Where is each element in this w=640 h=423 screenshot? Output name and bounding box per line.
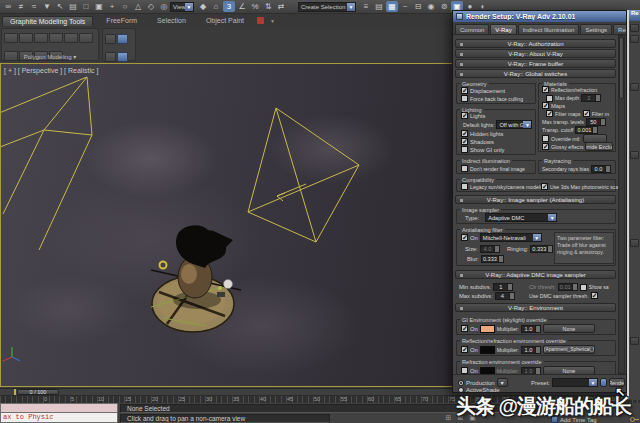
ribbon-overflow-icon[interactable]: [257, 17, 264, 24]
render-target-button[interactable]: ▼: [497, 378, 508, 387]
select-and-scale-icon[interactable]: △: [132, 1, 144, 12]
bind-to-spacewarp-icon[interactable]: ≈: [28, 1, 40, 12]
align-icon[interactable]: ≡: [360, 1, 372, 12]
ribbon-button[interactable]: [4, 33, 18, 43]
transp-cutoff-spinner[interactable]: 0.001: [575, 126, 598, 134]
min-subdivs-spinner[interactable]: 1: [493, 283, 513, 291]
default-lights-dropdown[interactable]: Off with GI▼: [496, 120, 532, 129]
rollout-global-switches[interactable]: V-Ray:: Global switches: [455, 69, 616, 78]
select-object-icon[interactable]: ↖: [54, 1, 66, 12]
show-samples-checkbox[interactable]: [580, 284, 587, 291]
ribbon-button[interactable]: [64, 33, 78, 43]
filter-maps-checkbox[interactable]: [546, 110, 553, 117]
polygon-modeling-label[interactable]: Polygon Modeling ▾: [2, 53, 98, 60]
macro-recorder-pane[interactable]: [0, 403, 118, 413]
chevron-down-icon[interactable]: ▼: [185, 3, 193, 11]
keyboard-override-icon[interactable]: ⌂: [210, 1, 222, 12]
chevron-down-icon[interactable]: ▼: [347, 3, 355, 11]
filter-maps-gi-checkbox[interactable]: [583, 110, 590, 117]
ribbon-button[interactable]: [79, 33, 93, 43]
preset-dropdown[interactable]: ▼: [552, 378, 598, 387]
rollout-frame-buffer[interactable]: V-Ray:: Frame buffer: [455, 59, 616, 68]
maps-checkbox[interactable]: [542, 102, 549, 109]
dont-render-final-checkbox[interactable]: [461, 165, 468, 172]
schematic-view-icon[interactable]: ⊟: [412, 1, 424, 12]
gi-env-on-checkbox[interactable]: [461, 325, 468, 332]
mirror-icon[interactable]: ⇄: [275, 1, 287, 12]
ribbon-button[interactable]: [105, 52, 116, 62]
legacy-sun-sky-checkbox[interactable]: [461, 183, 468, 190]
ribbon-button-active[interactable]: [117, 52, 128, 62]
refr-env-map-button[interactable]: None: [543, 366, 595, 374]
coordinate-system-dropdown[interactable]: View▼: [170, 2, 194, 12]
angle-snap-icon[interactable]: ∠: [236, 1, 248, 12]
refl-env-color-swatch[interactable]: [480, 346, 495, 354]
clr-thresh-spinner[interactable]: 0.01: [558, 283, 578, 291]
unlink-selection-icon[interactable]: ≠: [15, 1, 27, 12]
lights-checkbox[interactable]: [461, 112, 468, 119]
ribbon-button[interactable]: [105, 34, 116, 44]
show-gi-only-checkbox[interactable]: [461, 146, 468, 153]
production-radio[interactable]: [458, 380, 464, 386]
ringing-spinner[interactable]: 0.333: [530, 245, 553, 253]
refl-env-multiplier-spinner[interactable]: 1.0: [521, 346, 541, 354]
rollout-about-vray[interactable]: V-Ray:: About V-Ray: [455, 49, 616, 58]
select-and-place-icon[interactable]: ◇: [145, 1, 157, 12]
window-crossing-icon[interactable]: ▣: [93, 1, 105, 12]
rollout-environment[interactable]: V-Ray:: Environment: [455, 303, 616, 312]
blur-spinner[interactable]: 0.333: [481, 255, 504, 263]
displacement-checkbox[interactable]: [461, 87, 468, 94]
graphite-toggle-icon[interactable]: ▦: [386, 1, 398, 12]
filter-size-spinner[interactable]: 4.0: [480, 245, 500, 253]
override-mtl-checkbox[interactable]: [542, 135, 549, 142]
reflection-refraction-checkbox[interactable]: [542, 86, 549, 93]
rollout-authorization[interactable]: V-Ray:: Authorization: [455, 39, 616, 48]
ribbon-button[interactable]: [19, 33, 33, 43]
select-and-manipulate-icon[interactable]: ◆: [197, 1, 209, 12]
aa-filter-on-checkbox[interactable]: [461, 234, 468, 241]
pivot-center-icon[interactable]: ◎: [158, 1, 170, 12]
rollout-image-sampler[interactable]: V-Ray:: Image sampler (Antialiasing): [455, 195, 616, 204]
gi-env-color-swatch[interactable]: [480, 325, 495, 333]
ribbon-button[interactable]: [49, 33, 63, 43]
sampler-type-dropdown[interactable]: Adaptive DMC▼: [485, 213, 557, 222]
select-and-link-icon[interactable]: ∞: [2, 1, 14, 12]
spinner-snap-icon[interactable]: ⇅: [262, 1, 274, 12]
photometric-scale-checkbox[interactable]: [541, 183, 548, 190]
chevron-down-icon[interactable]: ▼: [270, 18, 275, 24]
shadows-checkbox[interactable]: [461, 138, 468, 145]
rollout-adaptive-dmc[interactable]: V-Ray:: Adaptive DMC image sampler: [455, 270, 616, 279]
select-and-move-icon[interactable]: +: [106, 1, 118, 12]
preset-save-icon[interactable]: [600, 378, 607, 387]
max-subdivs-spinner[interactable]: 4: [495, 292, 515, 300]
layer-manager-icon[interactable]: ▤: [373, 1, 385, 12]
curve-editor-icon[interactable]: ~: [399, 1, 411, 12]
refr-env-color-swatch[interactable]: [480, 367, 495, 375]
refr-env-on-checkbox[interactable]: [461, 367, 468, 374]
use-dmc-thresh-checkbox[interactable]: [591, 292, 598, 299]
material-editor-icon[interactable]: ◉: [425, 1, 437, 12]
refl-env-map-button[interactable]: Map #10(Apartment_Spherical_HiRes.hd: [543, 345, 595, 354]
isolate-selection-icon[interactable]: ⊞: [444, 414, 453, 422]
aa-filter-dropdown[interactable]: Mitchell-Netravali▼: [480, 233, 542, 242]
scrollbar-thumb[interactable]: [619, 37, 624, 99]
background-dialog-sliver[interactable]: Re: [627, 10, 640, 400]
dialog-title-bar[interactable]: Render Setup: V-Ray Adv 2.10.01: [453, 11, 626, 22]
time-slider-grip[interactable]: 0 / 100: [17, 389, 59, 395]
percent-snap-icon[interactable]: %: [249, 1, 261, 12]
selection-filter-icon[interactable]: ▼: [41, 1, 53, 12]
snaps-toggle-icon[interactable]: 3: [223, 1, 235, 12]
max-transp-levels-spinner[interactable]: 50: [586, 118, 606, 126]
max-depth-checkbox[interactable]: [546, 95, 553, 102]
viewport-label[interactable]: [ + ] [ Perspective ] [ Realistic ]: [4, 67, 98, 74]
perspective-viewport[interactable]: [ + ] [ Perspective ] [ Realistic ]: [0, 63, 452, 387]
render-setup-icon[interactable]: ⊚: [438, 1, 450, 12]
secondary-rays-bias-spinner[interactable]: 0.0: [591, 165, 611, 173]
maxscript-listener-pane[interactable]: ax to Physic: [0, 413, 118, 423]
gi-env-map-button[interactable]: None: [543, 324, 595, 333]
named-selection-set-dropdown[interactable]: Create Selection Se▼: [298, 2, 356, 12]
activeshade-radio[interactable]: [458, 387, 464, 392]
gi-env-multiplier-spinner[interactable]: 1.0: [521, 325, 541, 333]
select-by-name-icon[interactable]: ▤: [67, 1, 79, 12]
dialog-scrollbar[interactable]: [618, 35, 625, 374]
